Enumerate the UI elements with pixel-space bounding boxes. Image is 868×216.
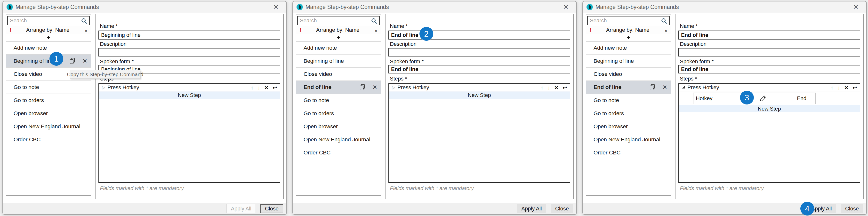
arrange-by-header[interactable]: ! Arrange by: Name ▲ (586, 26, 671, 34)
list-item[interactable]: Beginning of line (586, 55, 671, 68)
delete-command-icon[interactable]: ✕ (83, 58, 87, 64)
titlebar[interactable]: Manage Step-by-step Commands ✕ (583, 1, 866, 12)
list-item[interactable]: Go to note (296, 94, 381, 107)
move-step-up-icon[interactable]: ↑ (251, 85, 254, 90)
titlebar[interactable]: Manage Step-by-step Commands ✕ (293, 1, 576, 12)
undo-step-icon[interactable]: ↩ (562, 85, 567, 90)
list-item[interactable]: Go to note (586, 94, 671, 107)
edit-pencil-icon[interactable] (760, 95, 767, 102)
list-item[interactable]: Order CBC (6, 133, 91, 146)
new-step-row[interactable]: New Step (389, 91, 570, 99)
new-step-row[interactable]: New Step (99, 91, 280, 99)
list-item[interactable]: Go to orders (6, 94, 91, 107)
close-window-icon[interactable]: ✕ (563, 4, 569, 10)
list-item[interactable]: End of line✕ (296, 81, 381, 94)
close-window-icon[interactable]: ✕ (273, 4, 279, 10)
hotkey-value[interactable]: End (788, 93, 815, 104)
list-item[interactable]: Order CBC (296, 146, 381, 159)
undo-step-icon[interactable]: ↩ (852, 85, 857, 90)
undo-step-icon[interactable]: ↩ (273, 85, 277, 90)
list-item[interactable]: Add new note (586, 41, 671, 55)
search-icon[interactable] (661, 18, 668, 25)
command-sidebar: ! Arrange by: Name ▲ + Add new noteBegin… (296, 14, 381, 196)
list-item[interactable]: Add new note (296, 41, 381, 55)
list-item[interactable]: Open browser (296, 120, 381, 133)
list-item[interactable]: Order CBC (586, 146, 671, 159)
spoken-form-field[interactable] (389, 65, 570, 73)
arrange-by-header[interactable]: ! Arrange by: Name ▲ (296, 26, 381, 34)
delete-step-icon[interactable]: ✕ (264, 85, 269, 90)
name-field[interactable] (678, 31, 860, 39)
maximize-button[interactable] (255, 4, 261, 10)
list-item[interactable]: Go to orders (296, 107, 381, 120)
collapse-list-icon[interactable]: ▲ (664, 28, 668, 32)
list-item[interactable]: Open browser (6, 107, 91, 120)
delete-command-icon[interactable]: ✕ (372, 84, 377, 90)
maximize-button[interactable] (835, 4, 841, 10)
expander-collapsed-icon[interactable]: ▷ (392, 85, 397, 90)
search-input[interactable] (8, 17, 89, 25)
collapse-list-icon[interactable]: ▲ (84, 28, 88, 32)
move-step-down-icon[interactable]: ↓ (548, 85, 550, 90)
titlebar[interactable]: Manage Step-by-step Commands ✕ (3, 1, 286, 12)
new-step-row[interactable]: New Step (679, 105, 860, 112)
list-item[interactable]: Go to note (6, 81, 91, 94)
step-header-press-hotkey[interactable]: Press Hotkey ↑ ↓ ✕ ↩ (679, 84, 860, 91)
move-step-down-icon[interactable]: ↓ (257, 85, 260, 90)
list-item[interactable]: Open New England Journal (6, 120, 91, 133)
minimize-button[interactable] (527, 4, 533, 10)
name-field[interactable] (389, 31, 570, 39)
move-step-up-icon[interactable]: ↑ (831, 85, 834, 90)
dragon-app-icon (296, 4, 303, 10)
expander-expanded-icon[interactable] (682, 86, 685, 89)
move-step-up-icon[interactable]: ↑ (541, 85, 544, 90)
spoken-form-field[interactable] (678, 65, 860, 73)
list-item[interactable]: Open New England Journal (296, 133, 381, 146)
new-step-label: New Step (758, 106, 781, 112)
description-field[interactable] (389, 48, 570, 57)
copy-command-icon[interactable] (69, 58, 75, 64)
list-item[interactable]: Open browser (586, 120, 671, 133)
name-field[interactable] (98, 31, 280, 39)
apply-all-button[interactable]: Apply All (226, 204, 255, 213)
list-item[interactable]: Beginning of line (296, 55, 381, 68)
delete-command-icon[interactable]: ✕ (662, 84, 667, 90)
description-field[interactable] (678, 48, 860, 57)
move-step-down-icon[interactable]: ↓ (837, 85, 840, 90)
command-name: Order CBC (13, 136, 40, 143)
hotkey-field-cell[interactable]: Hotkey (693, 93, 738, 104)
expander-collapsed-icon[interactable]: ▷ (102, 85, 107, 90)
close-dialog-button[interactable]: Close (551, 204, 573, 213)
close-window-icon[interactable]: ✕ (853, 4, 859, 10)
search-input[interactable] (588, 17, 669, 25)
add-command-button[interactable]: + (586, 34, 671, 41)
add-command-button[interactable]: + (6, 34, 91, 41)
step-header-press-hotkey[interactable]: ▷ Press Hotkey ↑ ↓ ✕ ↩ (389, 84, 570, 91)
description-field[interactable] (98, 48, 280, 57)
minimize-button[interactable] (237, 4, 243, 10)
list-item[interactable]: End of line✕ (586, 81, 671, 94)
arrange-by-header[interactable]: ! Arrange by: Name ▲ (6, 26, 91, 34)
apply-all-button[interactable]: Apply All (517, 204, 546, 213)
close-dialog-button[interactable]: Close (841, 204, 863, 213)
search-icon[interactable] (81, 18, 88, 25)
search-icon[interactable] (371, 18, 377, 25)
copy-command-icon[interactable] (359, 84, 365, 91)
delete-step-icon[interactable]: ✕ (554, 85, 559, 90)
list-item[interactable]: Go to orders (586, 107, 671, 120)
list-item[interactable]: Beginning of line✕ (6, 55, 91, 68)
delete-step-icon[interactable]: ✕ (844, 85, 848, 90)
list-item[interactable]: Close video (586, 68, 671, 81)
list-item[interactable]: Close video (296, 68, 381, 81)
maximize-button[interactable] (545, 4, 551, 10)
spoken-form-label: Spoken form * (680, 58, 714, 65)
minimize-button[interactable] (817, 4, 823, 10)
list-item[interactable]: Add new note (6, 41, 91, 55)
copy-command-icon[interactable] (649, 84, 655, 91)
search-input[interactable] (298, 17, 379, 25)
step-header-press-hotkey[interactable]: ▷ Press Hotkey ↑ ↓ ✕ ↩ (99, 84, 280, 91)
close-dialog-button[interactable]: Close (260, 204, 283, 213)
collapse-list-icon[interactable]: ▲ (374, 28, 378, 32)
list-item[interactable]: Open New England Journal (586, 133, 671, 146)
add-command-button[interactable]: + (296, 34, 381, 41)
